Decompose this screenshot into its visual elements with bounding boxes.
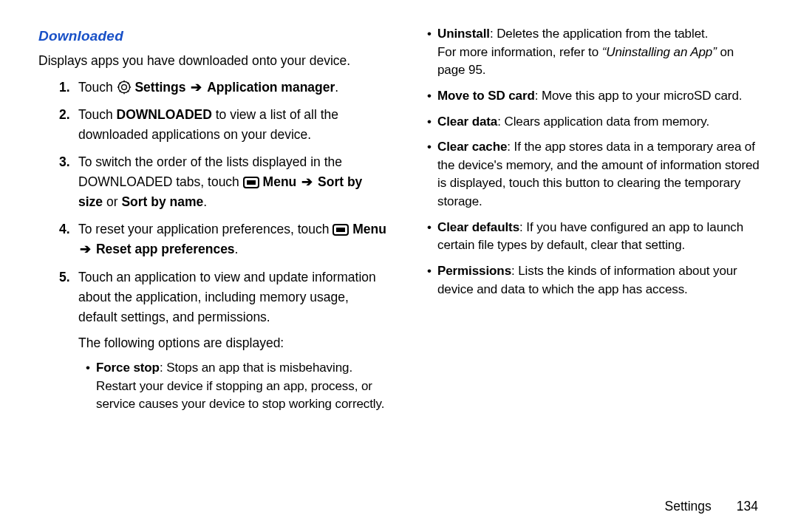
- option-label: Uninstall: [437, 27, 490, 41]
- section-intro: Displays apps you have downloaded onto y…: [38, 51, 387, 71]
- bullet-icon: •: [427, 25, 437, 80]
- option-ref: “Uninstalling an App”: [602, 45, 717, 59]
- period: .: [235, 242, 239, 256]
- option-text: : Deletes the application from the table…: [490, 27, 708, 41]
- option-label: Clear cache: [437, 140, 507, 154]
- bullet-icon: •: [427, 87, 437, 106]
- right-column: • Uninstall: Deletes the application fro…: [414, 25, 763, 499]
- reset-label: Reset app preferences: [96, 242, 235, 256]
- step-number: 4.: [59, 219, 78, 259]
- menu-label: Menu: [352, 222, 386, 236]
- option-label: Move to SD card: [437, 89, 535, 103]
- step-number: 3.: [59, 152, 78, 212]
- sortbyname-label: Sort by name: [121, 194, 203, 209]
- option-uninstall: • Uninstall: Deletes the application fro…: [427, 25, 763, 80]
- step-body: Touch: [78, 78, 387, 98]
- option-clear-cache: • Clear cache: If the app stores data in…: [427, 138, 763, 211]
- appmgr-label: Application manager: [207, 80, 335, 95]
- option-label: Force stop: [96, 361, 160, 375]
- step-number: 1.: [59, 78, 78, 98]
- numbered-steps: 1. Touch: [38, 78, 387, 327]
- option-body: Clear data: Clears application data from…: [437, 113, 763, 132]
- step-2: 2. Touch DOWNLOADED to view a list of al…: [59, 105, 387, 145]
- step-4: 4. To reset your application preferences…: [59, 219, 387, 259]
- period: .: [335, 80, 338, 95]
- arrow-icon: ➔: [189, 80, 203, 95]
- page-number: 134: [737, 499, 758, 514]
- option-clear-data: • Clear data: Clears application data fr…: [427, 113, 763, 132]
- bullet-icon: •: [427, 262, 437, 299]
- options-right: • Uninstall: Deletes the application fro…: [414, 25, 763, 299]
- options-left: • Force stop: Stops an app that is misbe…: [38, 359, 387, 414]
- option-label: Clear defaults: [437, 220, 519, 234]
- option-force-stop: • Force stop: Stops an app that is misbe…: [86, 359, 387, 414]
- option-body: Force stop: Stops an app that is misbeha…: [96, 359, 387, 414]
- period: .: [203, 194, 207, 209]
- step-body: Touch DOWNLOADED to view a list of all t…: [78, 105, 387, 145]
- bullet-icon: •: [86, 359, 96, 414]
- option-text: : Clears application data from memory.: [497, 115, 709, 129]
- settings-label: Settings: [134, 80, 185, 95]
- two-columns: Downloaded Displays apps you have downlo…: [38, 25, 763, 499]
- option-permissions: • Permissions: Lists the kinds of inform…: [427, 262, 763, 299]
- step-number: 5.: [59, 267, 78, 327]
- step-5: 5. Touch an application to view and upda…: [59, 267, 387, 327]
- option-body: Clear defaults: If you have configured a…: [437, 219, 763, 255]
- option-body: Uninstall: Deletes the application from …: [437, 25, 763, 80]
- option-body: Move to SD card: Move this app to your m…: [437, 87, 763, 106]
- menu-icon: [243, 177, 259, 188]
- step-body: Touch an application to view and update …: [78, 267, 387, 327]
- options-intro: The following options are displayed:: [38, 333, 387, 353]
- option-text: : Move this app to your microSD card.: [535, 89, 743, 103]
- bullet-icon: •: [427, 113, 437, 132]
- option-more1: For more information, refer to: [437, 45, 602, 59]
- section-heading: Downloaded: [38, 25, 387, 47]
- option-body: Permissions: Lists the kinds of informat…: [437, 262, 763, 299]
- downloaded-label: DOWNLOADED: [117, 107, 212, 122]
- bullet-icon: •: [427, 219, 437, 255]
- step-3: 3. To switch the order of the lists disp…: [59, 152, 387, 212]
- settings-gear-icon: [117, 80, 132, 95]
- menu-icon: [332, 224, 349, 236]
- text: or: [103, 194, 121, 209]
- left-column: Downloaded Displays apps you have downlo…: [38, 25, 387, 499]
- svg-point-0: [121, 84, 126, 89]
- option-clear-defaults: • Clear defaults: If you have configured…: [427, 219, 763, 255]
- page-footer: Settings 134: [38, 499, 763, 514]
- arrow-icon: ➔: [300, 174, 314, 189]
- option-label: Clear data: [437, 115, 497, 129]
- step-number: 2.: [59, 105, 78, 145]
- chapter-name: Settings: [665, 499, 712, 514]
- bullet-icon: •: [427, 138, 437, 211]
- text: Touch: [78, 107, 117, 122]
- step-body: To switch the order of the lists display…: [78, 152, 387, 212]
- menu-label: Menu: [263, 174, 297, 189]
- manual-page: Downloaded Displays apps you have downlo…: [0, 0, 798, 532]
- step-1: 1. Touch: [59, 78, 387, 98]
- arrow-icon: ➔: [78, 242, 92, 256]
- option-move-sd: • Move to SD card: Move this app to your…: [427, 87, 763, 106]
- text: To reset your application preferences, t…: [78, 222, 332, 236]
- option-body: Clear cache: If the app stores data in a…: [437, 138, 763, 211]
- option-label: Permissions: [437, 264, 511, 278]
- step-body: To reset your application preferences, t…: [78, 219, 387, 259]
- text: Touch: [78, 80, 117, 95]
